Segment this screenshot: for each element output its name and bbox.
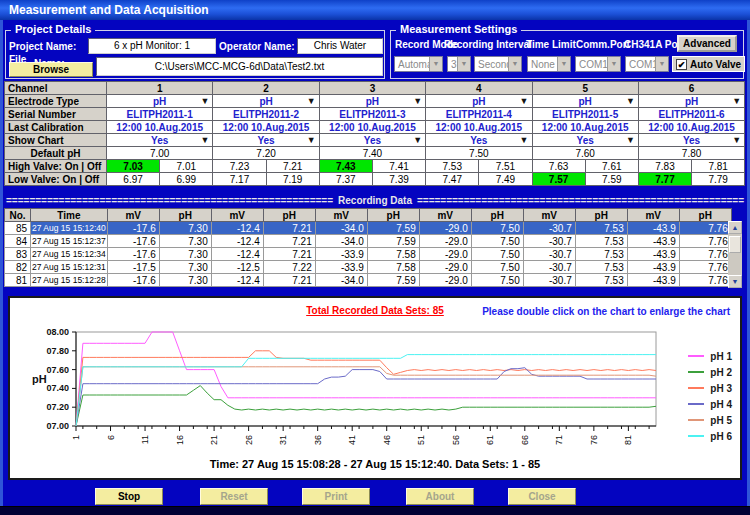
- recording-row-83[interactable]: 8327 Aug 15 15:12:34-17.67.30-12.47.21-3…: [5, 248, 732, 261]
- electrode-type-select-ch1[interactable]: pH▼: [107, 95, 213, 108]
- high-valve-off-ch3[interactable]: 7.41: [372, 160, 425, 173]
- row-time: 27 Aug 15 15:12:31: [31, 261, 108, 274]
- row-number: 83: [5, 248, 31, 261]
- footer-button-close[interactable]: Close: [508, 488, 576, 505]
- electrode-type-select-ch4[interactable]: pH▼: [426, 95, 532, 108]
- project-name-input[interactable]: 6 x pH Monitor: 1: [88, 38, 216, 54]
- footer-button-about[interactable]: About: [406, 488, 474, 505]
- auto-valve-toggle[interactable]: ✔ Auto Valve: [672, 56, 745, 72]
- default-ph-ch4[interactable]: 7.50: [426, 147, 532, 160]
- time-limit-select[interactable]: None ▼: [527, 56, 571, 72]
- show-chart-select-ch3[interactable]: Yes▼: [319, 134, 425, 147]
- high-valve-on-ch1[interactable]: 7.03: [107, 160, 160, 173]
- recording-table-scrollbar[interactable]: ▲ ▼: [728, 221, 742, 288]
- low-valve-on-ch6[interactable]: 7.77: [638, 173, 691, 186]
- low-valve-off-ch6[interactable]: 7.79: [692, 173, 745, 186]
- recording-row-85[interactable]: 8527 Aug 15 15:12:40-17.67.30-12.47.21-3…: [5, 222, 732, 235]
- high-valve-off-ch2[interactable]: 7.21: [266, 160, 319, 173]
- svg-text:pH: pH: [32, 373, 47, 385]
- low-valve-on-ch1[interactable]: 6.97: [107, 173, 160, 186]
- show-chart-value: Yes: [257, 135, 274, 146]
- low-valve-off-ch2[interactable]: 7.19: [266, 173, 319, 186]
- high-valve-off-ch1[interactable]: 7.01: [160, 160, 213, 173]
- interval-unit-select[interactable]: Seconds ▼: [474, 56, 522, 72]
- low-valve-on-ch3[interactable]: 7.37: [319, 173, 372, 186]
- record-mode-select[interactable]: Automatic ▼: [394, 56, 443, 72]
- chart-panel[interactable]: Total Recorded Data Sets: 85 Please doub…: [8, 296, 742, 480]
- low-valve-off-ch1[interactable]: 6.99: [160, 173, 213, 186]
- advanced-button[interactable]: Advanced: [677, 35, 737, 52]
- row-value: -17.6: [107, 248, 159, 261]
- row-value: -43.9: [627, 235, 679, 248]
- chevron-down-icon: ▼: [607, 57, 620, 71]
- recording-row-82[interactable]: 8227 Aug 15 15:12:31-17.57.30-12.57.22-3…: [5, 261, 732, 274]
- high-valve-on-ch6[interactable]: 7.83: [638, 160, 691, 173]
- default-ph-ch5[interactable]: 7.60: [532, 147, 638, 160]
- low-valve-on-ch4[interactable]: 7.47: [426, 173, 479, 186]
- scroll-down-button[interactable]: ▼: [728, 275, 742, 288]
- low-valve-on-ch2[interactable]: 7.17: [213, 173, 266, 186]
- chevron-down-icon: ▼: [457, 57, 470, 71]
- high-valve-on-ch2[interactable]: 7.23: [213, 160, 266, 173]
- row-time: 27 Aug 15 15:12:28: [31, 274, 108, 287]
- scroll-up-button[interactable]: ▲: [728, 221, 742, 234]
- show-chart-select-ch4[interactable]: Yes▼: [426, 134, 532, 147]
- file-path-input[interactable]: C:\Users\MCC-MCG-6d\Data\Test2.txt: [96, 57, 383, 76]
- recording-data-separator-label: Recording Data: [333, 195, 417, 206]
- show-chart-select-ch5[interactable]: Yes▼: [532, 134, 638, 147]
- svg-text:11: 11: [140, 435, 150, 444]
- recording-row-84[interactable]: 8427 Aug 15 15:12:37-17.67.30-12.47.21-3…: [5, 235, 732, 248]
- scrollbar-thumb[interactable]: [729, 236, 741, 253]
- high-valve-on-ch3[interactable]: 7.43: [319, 160, 372, 173]
- show-chart-select-ch1[interactable]: Yes▼: [107, 134, 213, 147]
- footer-button-stop[interactable]: Stop: [95, 488, 163, 505]
- footer-button-print[interactable]: Print: [302, 488, 370, 505]
- show-chart-select-ch6[interactable]: Yes▼: [638, 134, 744, 147]
- low-valve-row: Low Valve: On | Off6.976.997.177.197.377…: [5, 173, 745, 186]
- row-value: 7.53: [575, 261, 627, 274]
- low-valve-off-ch4[interactable]: 7.49: [479, 173, 532, 186]
- row-value: 7.50: [471, 235, 523, 248]
- recording-col-header: mV: [211, 209, 263, 222]
- default-ph-ch1[interactable]: 7.00: [107, 147, 213, 160]
- recording-row-81[interactable]: 8127 Aug 15 15:12:28-17.67.30-12.47.21-3…: [5, 274, 732, 287]
- legend-item-ph-6: pH 6: [688, 428, 732, 444]
- chevron-down-icon: ▼: [557, 57, 570, 71]
- default-ph-ch3[interactable]: 7.40: [319, 147, 425, 160]
- operator-name-input[interactable]: Chris Water: [297, 38, 383, 54]
- high-valve-on-ch5[interactable]: 7.63: [532, 160, 585, 173]
- electrode-type-select-ch3[interactable]: pH▼: [319, 95, 425, 108]
- electrode-type-select-ch6[interactable]: pH▼: [638, 95, 744, 108]
- footer-button-reset[interactable]: Reset: [200, 488, 268, 505]
- show-chart-select-ch2[interactable]: Yes▼: [213, 134, 319, 147]
- high-valve-off-ch4[interactable]: 7.51: [479, 160, 532, 173]
- low-valve-off-ch3[interactable]: 7.39: [372, 173, 425, 186]
- high-valve-off-ch5[interactable]: 7.61: [585, 160, 638, 173]
- default-ph-ch6[interactable]: 7.80: [638, 147, 744, 160]
- browse-button[interactable]: Browse: [9, 62, 93, 77]
- svg-text:46: 46: [382, 435, 392, 445]
- window-titlebar[interactable]: Measurement and Data Acquisition: [0, 0, 750, 20]
- chart-series-ph-2: [76, 386, 656, 426]
- auto-valve-checkbox[interactable]: ✔: [676, 59, 687, 70]
- chevron-down-icon: ▼: [626, 134, 635, 147]
- high-valve-off-ch6[interactable]: 7.81: [692, 160, 745, 173]
- project-name-label: Project Name:: [9, 41, 76, 52]
- svg-text:07.40: 07.40: [46, 383, 69, 393]
- electrode-type-value: pH: [472, 96, 485, 107]
- window-title: Measurement and Data Acquisition: [9, 3, 209, 17]
- ph-line-chart[interactable]: 08.0007.8007.6007.4007.2007.00pH16111621…: [16, 322, 676, 456]
- low-valve-off-ch5[interactable]: 7.59: [585, 173, 638, 186]
- default-ph-ch2[interactable]: 7.20: [213, 147, 319, 160]
- high-valve-on-ch4[interactable]: 7.53: [426, 160, 479, 173]
- ch341a-port-select[interactable]: COM10 ▼: [625, 56, 669, 72]
- high-valve-row: High Valve: On | Off7.037.017.237.217.43…: [5, 160, 745, 173]
- interval-value-select[interactable]: 3 ▼: [447, 56, 471, 72]
- low-valve-on-ch5[interactable]: 7.57: [532, 173, 585, 186]
- last-calibration-ch2: 12:00 10.Aug.2015: [213, 121, 319, 134]
- svg-text:07.00: 07.00: [46, 421, 69, 431]
- electrode-type-select-ch2[interactable]: pH▼: [213, 95, 319, 108]
- electrode-type-select-ch5[interactable]: pH▼: [532, 95, 638, 108]
- row-value: -17.6: [107, 222, 159, 235]
- comm-port-select[interactable]: COM1 ▼: [575, 56, 621, 72]
